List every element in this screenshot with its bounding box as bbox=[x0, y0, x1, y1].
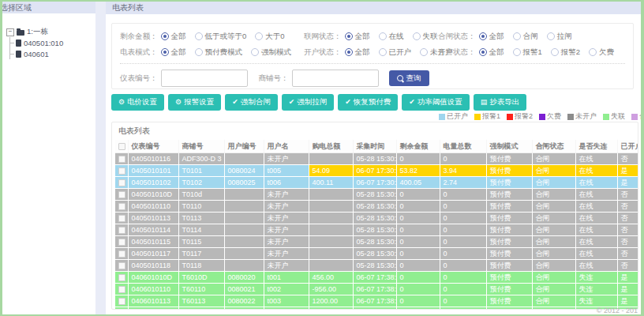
table-cell: 否 bbox=[617, 260, 638, 272]
table-row[interactable]: 0406010114T601140080021t002600.0006-07 1… bbox=[115, 307, 638, 310]
tree-node[interactable]: 040501:010 bbox=[10, 37, 94, 48]
legend-label: 未开户 bbox=[575, 111, 597, 122]
legend-color-swatch bbox=[603, 114, 609, 120]
row-checkbox[interactable] bbox=[118, 191, 125, 198]
row-checkbox[interactable] bbox=[118, 179, 125, 186]
radio-option[interactable]: 在线 bbox=[379, 32, 404, 42]
radio-option[interactable]: 全部 bbox=[161, 32, 186, 42]
radio-option-label: 全部 bbox=[355, 32, 370, 42]
legend-item: 合闸 bbox=[631, 111, 641, 122]
toolbar-button-电价设置[interactable]: ⚙电价设置 bbox=[111, 94, 164, 111]
table-row[interactable]: 0405010110T0110未开户05-28 15:30:0000预付费合闸在… bbox=[115, 201, 638, 213]
row-checkbox-cell bbox=[115, 272, 128, 284]
table-row[interactable]: 040501010DT010d未开户05-28 15:30:0000预付费合闸在… bbox=[115, 189, 638, 201]
radio-option[interactable]: 报警1 bbox=[513, 47, 542, 58]
column-header: 合闸状态 bbox=[532, 140, 575, 153]
row-checkbox[interactable] bbox=[118, 239, 125, 246]
row-checkbox[interactable] bbox=[118, 167, 125, 175]
row-checkbox[interactable] bbox=[118, 203, 125, 210]
radio-icon bbox=[589, 48, 597, 56]
radio-option[interactable]: 大于0 bbox=[255, 32, 284, 42]
row-checkbox[interactable] bbox=[118, 274, 125, 281]
legend-item: 失联 bbox=[603, 111, 625, 122]
tree-node[interactable]: 040601 bbox=[10, 48, 94, 59]
table-row[interactable]: 0406010113T601130080022t0031200.0006-07 … bbox=[115, 295, 638, 307]
row-checkbox-cell bbox=[115, 295, 128, 307]
table-cell: 合闸 bbox=[532, 248, 575, 260]
table-row[interactable]: 0405010115T0115未开户05-28 15:30:0000预付费合闸在… bbox=[115, 236, 638, 248]
row-checkbox[interactable] bbox=[118, 262, 125, 269]
table-row[interactable]: 0405010102T01020080025t006400.1106-07 17… bbox=[115, 177, 638, 189]
toolbar-button-恢复预付费[interactable]: ✔恢复预付费 bbox=[338, 94, 398, 111]
table-cell: 0080020 bbox=[224, 272, 264, 284]
table-cell: 0406010113 bbox=[128, 295, 178, 307]
table-cell: 预付费 bbox=[486, 153, 532, 165]
table-row[interactable]: 0405010118T0118未开户05-28 15:30:0000预付费合闸在… bbox=[115, 260, 638, 272]
row-checkbox-cell bbox=[115, 189, 128, 201]
table-cell: T60113 bbox=[178, 295, 224, 307]
radio-option[interactable]: 强制模式 bbox=[251, 47, 291, 58]
table-row[interactable]: 0405010101T01010080024t00554.0906-07 17:… bbox=[115, 165, 638, 177]
table-cell: 0405010116 bbox=[128, 153, 178, 165]
radio-option[interactable]: 失联 bbox=[413, 32, 438, 42]
toolbar-button-强制合闸[interactable]: ✔强制合闸 bbox=[225, 94, 278, 111]
table-row[interactable]: 0405010117T0117未开户05-28 15:30:0000预付费合闸在… bbox=[115, 248, 638, 260]
row-checkbox[interactable] bbox=[118, 156, 125, 163]
radio-option[interactable]: 全部 bbox=[479, 47, 504, 58]
radio-option[interactable]: 全部 bbox=[479, 32, 504, 42]
shop-number-input[interactable] bbox=[292, 70, 379, 87]
radio-option[interactable]: 全部 bbox=[161, 47, 186, 58]
toolbar-button-功率阈值设置[interactable]: ✔功率阈值设置 bbox=[402, 94, 470, 111]
radio-option[interactable]: 已开户 bbox=[379, 47, 412, 58]
radio-option[interactable]: 拉闸 bbox=[547, 32, 572, 42]
legend-color-swatch bbox=[507, 114, 513, 120]
row-checkbox[interactable] bbox=[118, 286, 125, 293]
table-cell bbox=[224, 260, 264, 272]
radio-option[interactable]: 合闸 bbox=[513, 32, 538, 42]
table-cell: T0110 bbox=[178, 201, 224, 213]
table-header-row: 仪表编号商铺号用户编号用户名购电总额采集时间剩余金额电量总数强制模式合闸状态是否… bbox=[115, 140, 638, 153]
tree-node-root[interactable]: − 1:一栋 bbox=[6, 27, 94, 37]
table-row[interactable]: 0405010113T0113未开户05-28 15:30:0000预付费合闸在… bbox=[115, 213, 638, 224]
table-cell: T0101 bbox=[178, 165, 224, 177]
row-checkbox[interactable] bbox=[118, 215, 125, 222]
table-cell: t002 bbox=[264, 284, 309, 295]
row-checkbox[interactable] bbox=[118, 250, 125, 258]
table-row[interactable]: 040601010DT6010D0080020t001456.0006-07 1… bbox=[115, 272, 638, 284]
toolbar-button-报警设置[interactable]: ⚙报警设置 bbox=[168, 94, 221, 111]
table-cell: 预付费 bbox=[486, 213, 532, 224]
toolbar-button-强制拉闸[interactable]: ✔强制拉闸 bbox=[282, 94, 335, 111]
table-cell: 未开户 bbox=[264, 260, 309, 272]
radio-option[interactable]: 报警2 bbox=[551, 47, 580, 58]
table-row[interactable]: 0405010116ADF300-D 3未开户05-28 15:30:0000预… bbox=[115, 153, 638, 165]
table-cell: 0 bbox=[440, 307, 486, 310]
collapse-icon[interactable]: − bbox=[6, 28, 14, 36]
table-cell: 06-07 17:38:00 bbox=[353, 307, 396, 310]
table-cell: 0 bbox=[396, 295, 440, 307]
table-cell: 400.11 bbox=[309, 177, 353, 189]
row-checkbox[interactable] bbox=[118, 298, 125, 305]
table-cell: 失连 bbox=[575, 272, 617, 284]
table-cell bbox=[309, 260, 353, 272]
table-cell: t005 bbox=[264, 165, 309, 177]
radio-option[interactable]: 全部 bbox=[345, 32, 370, 42]
row-checkbox[interactable] bbox=[118, 227, 125, 234]
table-cell: 0 bbox=[396, 224, 440, 236]
query-button[interactable]: 查询 bbox=[389, 70, 429, 86]
legend-label: 已开户 bbox=[447, 111, 468, 122]
radio-option[interactable]: 低于或等于0 bbox=[195, 32, 247, 42]
column-header: 电量总数 bbox=[440, 140, 486, 153]
table-row[interactable]: 0405010114T0114未开户05-28 15:30:0000预付费合闸在… bbox=[115, 224, 638, 236]
radio-option[interactable]: 全部 bbox=[345, 47, 370, 58]
column-header: 用户编号 bbox=[224, 140, 264, 153]
meter-number-input[interactable] bbox=[161, 70, 248, 87]
radio-icon bbox=[195, 48, 203, 56]
table-cell: T0113 bbox=[178, 213, 224, 224]
radio-option[interactable]: 预付费模式 bbox=[195, 47, 243, 58]
radio-option[interactable]: 欠费 bbox=[589, 47, 614, 58]
table-cell: 是 bbox=[617, 177, 638, 189]
table-row[interactable]: 0406010110T601100080021t002-956.0006-07 … bbox=[115, 284, 638, 295]
table-cell: 未开户 bbox=[264, 189, 309, 201]
toolbar-button-抄表导出[interactable]: ▤抄表导出 bbox=[474, 94, 527, 111]
select-all-checkbox[interactable] bbox=[118, 143, 125, 150]
